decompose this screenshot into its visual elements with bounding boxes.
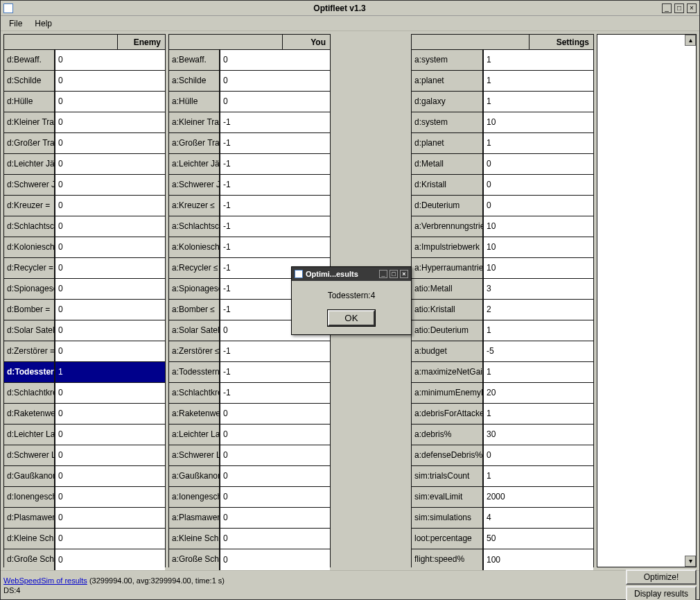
you-label[interactable]: a:Schlachtschiff ≤	[169, 216, 220, 237]
enemy-row[interactable]: d:Spionagesonde =	[4, 279, 165, 300]
you-value-input[interactable]	[220, 216, 330, 237]
you-label[interactable]: a:Solar Satellit ≤	[169, 320, 220, 341]
dialog-minimize-button[interactable]: _	[379, 270, 387, 278]
you-value-input[interactable]	[220, 404, 330, 424]
settings-value-input[interactable]	[484, 362, 593, 382]
settings-row[interactable]: flight:speed%	[412, 549, 593, 570]
you-label[interactable]: a:Großer Transporter ≤	[169, 133, 220, 153]
settings-row[interactable]: a:Impulstriebwerk	[412, 237, 593, 258]
you-row[interactable]: a:Große Schildkuppel ≤	[169, 549, 330, 570]
settings-label[interactable]: a:debrisForAttacker	[412, 404, 484, 424]
settings-row[interactable]: a:defenseDebris%	[412, 445, 593, 466]
settings-value-input[interactable]	[484, 237, 593, 257]
you-value-input[interactable]	[220, 50, 330, 70]
scroll-up-icon[interactable]: ▴	[685, 35, 696, 46]
enemy-label[interactable]: d:Bomber =	[4, 300, 55, 320]
enemy-label[interactable]: d:Großer Transporter =	[4, 133, 55, 153]
you-value-input[interactable]	[220, 383, 330, 403]
dialog-ok-button[interactable]: OK	[328, 310, 374, 326]
enemy-label[interactable]: d:Kleiner Transporter =	[4, 112, 55, 132]
enemy-row[interactable]: d:Gaußkanone =	[4, 466, 165, 487]
enemy-value-input[interactable]	[55, 445, 165, 465]
you-value-input[interactable]	[220, 466, 330, 486]
you-row[interactable]: a:Schlachtschiff ≤	[169, 216, 330, 237]
you-row[interactable]: a:Raketenwerfer ≤	[169, 404, 330, 425]
you-row[interactable]: a:Schwerer Laser ≤	[169, 445, 330, 466]
enemy-row[interactable]: d:Leichter Jäger =	[4, 154, 165, 175]
you-value-input[interactable]	[220, 445, 330, 465]
you-label[interactable]: a:Gaußkanone ≤	[169, 466, 220, 486]
settings-label[interactable]: sim:simulations	[412, 508, 484, 528]
settings-value-input[interactable]	[484, 383, 593, 403]
enemy-label[interactable]: d:Gaußkanone =	[4, 466, 55, 486]
settings-row[interactable]: a:minimumEnemyLoss%	[412, 383, 593, 404]
dialog-close-button[interactable]: ×	[400, 270, 408, 278]
you-row[interactable]: a:Hülle	[169, 92, 330, 112]
enemy-row[interactable]: d:Kleiner Transporter =	[4, 112, 165, 133]
you-label[interactable]: a:Schwerer Jäger ≤	[169, 175, 220, 195]
you-row[interactable]: a:Kleiner Transporter ≤	[169, 112, 330, 133]
settings-value-input[interactable]	[484, 404, 593, 424]
you-label[interactable]: a:Kleiner Transporter ≤	[169, 112, 220, 132]
settings-row[interactable]: sim:evalLimit	[412, 487, 593, 508]
enemy-label[interactable]: d:Leichter Laser =	[4, 425, 55, 445]
enemy-label[interactable]: d:Solar Satellit =	[4, 320, 55, 341]
settings-row[interactable]: d:Deuterium	[412, 196, 593, 216]
menu-help[interactable]: Help	[29, 17, 58, 30]
enemy-value-input[interactable]	[55, 258, 165, 278]
settings-label[interactable]: a:maximizeNetGain	[412, 362, 484, 382]
enemy-label[interactable]: d:Leichter Jäger =	[4, 154, 55, 174]
enemy-row[interactable]: d:Schwerer Jäger =	[4, 175, 165, 196]
display-results-button[interactable]: Display results	[626, 586, 697, 601]
enemy-row[interactable]: d:Bomber =	[4, 300, 165, 320]
you-value-input[interactable]	[220, 529, 330, 549]
enemy-row[interactable]: d:Zerstörer =	[4, 341, 165, 362]
settings-label[interactable]: d:system	[412, 112, 484, 132]
you-label[interactable]: a:Todesstern ≤	[169, 362, 220, 382]
you-label[interactable]: a:Leichter Jäger ≤	[169, 154, 220, 174]
enemy-label[interactable]: d:Zerstörer =	[4, 341, 55, 361]
settings-label[interactable]: a:planet	[412, 71, 484, 91]
settings-row[interactable]: d:planet	[412, 133, 593, 154]
settings-value-input[interactable]	[484, 487, 593, 507]
settings-row[interactable]: d:galaxy	[412, 92, 593, 112]
you-label[interactable]: a:Plasmawerfer ≤	[169, 508, 220, 528]
you-label[interactable]: a:Recycler ≤	[169, 258, 220, 278]
you-label[interactable]: a:Schlachtkreuzer ≤	[169, 383, 220, 403]
enemy-value-input[interactable]	[55, 404, 165, 424]
enemy-label[interactable]: d:Raketenwerfer =	[4, 404, 55, 424]
you-value-input[interactable]	[220, 549, 330, 570]
settings-label[interactable]: a:system	[412, 50, 484, 70]
settings-value-input[interactable]	[484, 445, 593, 465]
enemy-row[interactable]: d:Schilde	[4, 71, 165, 92]
you-label[interactable]: a:Schwerer Laser ≤	[169, 445, 220, 465]
enemy-row[interactable]: d:Raketenwerfer =	[4, 404, 165, 425]
webspeedsim-link[interactable]: WebSpeedSim of results	[3, 576, 87, 585]
enemy-row[interactable]: d:Schlachtschiff =	[4, 216, 165, 237]
menu-file[interactable]: File	[3, 17, 28, 30]
enemy-value-input[interactable]	[55, 216, 165, 237]
enemy-value-input[interactable]	[55, 50, 165, 70]
close-button[interactable]: ×	[687, 3, 697, 13]
enemy-label[interactable]: d:Kolonieschiff =	[4, 237, 55, 257]
you-label[interactable]: a:Ionengeschütz ≤	[169, 487, 220, 507]
enemy-label[interactable]: d:Schilde	[4, 71, 55, 91]
you-row[interactable]: a:Schilde	[169, 71, 330, 92]
you-value-input[interactable]	[220, 362, 330, 382]
settings-value-input[interactable]	[484, 529, 593, 549]
enemy-value-input[interactable]	[55, 383, 165, 403]
settings-label[interactable]: atio:Metall	[412, 279, 484, 299]
enemy-value-input[interactable]	[55, 529, 165, 549]
settings-value-input[interactable]	[484, 92, 593, 112]
settings-label[interactable]: flight:speed%	[412, 549, 484, 570]
enemy-row[interactable]: d:Große Schildkuppel =	[4, 549, 165, 570]
enemy-label[interactable]: d:Plasmawerfer =	[4, 508, 55, 528]
settings-row[interactable]: sim:trialsCount	[412, 466, 593, 487]
settings-row[interactable]: atio:Metall	[412, 279, 593, 300]
settings-value-input[interactable]	[484, 196, 593, 216]
settings-label[interactable]: loot:percentage	[412, 529, 484, 549]
settings-label[interactable]: a:Hyperraumantrieb	[412, 258, 484, 278]
you-value-input[interactable]	[220, 487, 330, 507]
settings-row[interactable]: a:Hyperraumantrieb	[412, 258, 593, 279]
you-label[interactable]: a:Schilde	[169, 71, 220, 91]
